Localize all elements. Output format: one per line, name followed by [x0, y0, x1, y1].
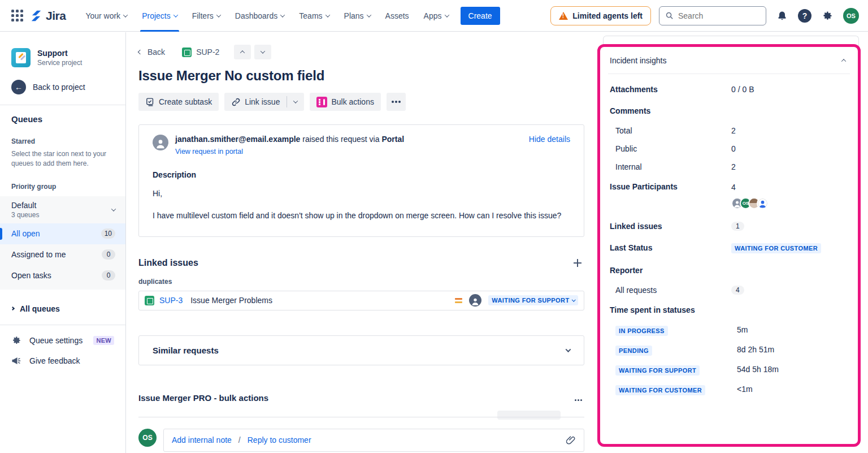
queue-count-badge: 10 — [101, 228, 115, 239]
status-badge: IN PROGRESS — [615, 326, 668, 336]
participant-avatars[interactable]: OS — [731, 197, 769, 209]
notifications-bell-icon[interactable] — [774, 8, 790, 24]
jira-logo-text: Jira — [46, 9, 66, 23]
all-queues-toggle[interactable]: All queues — [0, 290, 125, 313]
queue-group-default[interactable]: Default 3 queues — [0, 196, 125, 223]
chevron-down-icon — [572, 297, 575, 301]
reporter-row: Reporter — [600, 260, 858, 281]
request-details-card: janathan.smither@email.example raised th… — [138, 124, 584, 237]
current-user-avatar[interactable]: OS — [138, 429, 157, 447]
chevron-down-icon — [111, 206, 116, 211]
new-badge: NEW — [93, 336, 114, 345]
nav-item-your-work[interactable]: Your work — [78, 0, 134, 32]
similar-requests-panel[interactable]: Similar requests — [138, 335, 584, 365]
attachments-row: Attachments 0 / 0 B — [600, 79, 858, 100]
page-title: Issue Merger No custom field — [138, 68, 584, 84]
warning-icon — [559, 12, 568, 20]
help-icon[interactable]: ? — [798, 9, 811, 23]
create-button[interactable]: Create — [461, 7, 500, 25]
more-actions-button[interactable] — [387, 93, 406, 111]
linked-issues-row: Linked issues 1 — [600, 215, 858, 237]
sidebar: Support Service project ← Back to projec… — [0, 32, 126, 453]
status-dropdown[interactable]: WAITING FOR SUPPORT — [488, 295, 578, 305]
sidebar-item-open-tasks[interactable]: Open tasks 0 — [0, 265, 125, 286]
last-status-badge: WAITING FOR CUSTOMER — [731, 243, 821, 253]
issue-type-icon — [145, 296, 154, 305]
linked-issue-row[interactable]: SUP-3 Issue Merger Problems WAITING FOR … — [138, 291, 584, 310]
jira-logo[interactable]: Jira — [30, 9, 66, 23]
issue-key-chip[interactable]: SUP-2 — [182, 48, 219, 57]
priority-medium-icon — [455, 298, 462, 303]
linked-issue-key[interactable]: SUP-3 — [159, 296, 183, 305]
section-divider — [138, 417, 584, 417]
project-header[interactable]: Support Service project — [0, 32, 125, 67]
give-feedback-link[interactable]: Give feedback — [0, 346, 125, 366]
view-request-portal-link[interactable]: View request in portal — [175, 148, 404, 156]
nav-item-projects[interactable]: Projects — [134, 0, 185, 32]
user-avatar[interactable]: OS — [843, 8, 859, 24]
next-issue-button[interactable] — [254, 45, 271, 59]
starred-description: Select the star icon next to your queues… — [11, 149, 114, 169]
linked-issues-count-badge: 1 — [731, 222, 744, 231]
project-name: Support — [37, 49, 82, 58]
app-switcher-icon[interactable] — [11, 10, 23, 21]
status-time-row: IN PROGRESS 5m — [600, 321, 858, 340]
nav-item-plans[interactable]: Plans — [337, 0, 378, 32]
queue-count-badge: 0 — [102, 249, 115, 260]
sidebar-item-all-open[interactable]: All open 10 — [0, 223, 125, 244]
all-requests-row: All requests 4 — [600, 281, 858, 299]
request-meta: janathan.smither@email.example raised th… — [175, 135, 404, 156]
linked-issues-heading: Linked issues — [138, 258, 198, 268]
chevron-left-icon — [138, 50, 142, 54]
nav-item-dashboards[interactable]: Dashboards — [228, 0, 292, 32]
status-time-row: WAITING FOR SUPPORT 54d 5h 18m — [600, 360, 858, 380]
starred-section: Starred Select the star icon next to you… — [0, 124, 125, 169]
incident-insights-title: Incident insights — [610, 56, 666, 65]
nav-item-apps[interactable]: Apps — [416, 0, 456, 32]
last-status-row: Last Status WAITING FOR CUSTOMER — [600, 237, 858, 260]
link-issue-more-button[interactable] — [287, 93, 304, 111]
status-badge: WAITING FOR SUPPORT — [615, 365, 700, 376]
add-linked-issue-button[interactable] — [571, 256, 584, 270]
top-navigation: Jira Your work Projects Filters Dashboar… — [0, 0, 868, 32]
pro-section-more-button[interactable] — [575, 393, 584, 403]
back-button[interactable]: Back — [138, 48, 165, 57]
link-issue-split-button: Link issue — [224, 93, 304, 111]
link-issue-button[interactable]: Link issue — [224, 93, 287, 111]
link-relation-label: duplicates — [138, 278, 584, 286]
chevron-right-icon — [11, 307, 15, 310]
search-input[interactable] — [678, 11, 752, 20]
nav-item-filters[interactable]: Filters — [185, 0, 228, 32]
reply-to-customer-tab[interactable]: Reply to customer — [248, 435, 311, 445]
collapse-panel-button[interactable] — [841, 59, 846, 63]
create-subtask-button[interactable]: Create subtask — [138, 93, 219, 111]
hide-details-link[interactable]: Hide details — [529, 135, 570, 144]
attach-file-icon[interactable] — [566, 435, 576, 445]
issue-main: Back SUP-2 Issue Merger No custom field … — [127, 32, 596, 453]
bulk-actions-icon — [316, 97, 327, 107]
comment-area: OS Add internal note / Reply to customer — [138, 429, 584, 452]
project-type: Service project — [37, 59, 82, 67]
back-to-project-link[interactable]: ← Back to project — [0, 67, 125, 94]
previous-issue-button[interactable] — [234, 45, 251, 59]
nav-item-teams[interactable]: Teams — [292, 0, 336, 32]
link-icon — [231, 97, 241, 107]
linked-issue-summary[interactable]: Issue Merger Problems — [190, 296, 272, 305]
add-internal-note-tab[interactable]: Add internal note — [172, 435, 232, 445]
ellipsis-icon — [575, 399, 576, 401]
search-box[interactable] — [659, 6, 766, 25]
starred-heading: Starred — [11, 137, 114, 145]
queue-settings-link[interactable]: Queue settings NEW — [0, 325, 125, 346]
settings-gear-icon[interactable] — [819, 8, 835, 24]
sidebar-item-assigned-to-me[interactable]: Assigned to me 0 — [0, 244, 125, 265]
pro-section-heading: Issue Merger PRO - bulk actions — [138, 393, 268, 403]
comment-input[interactable]: Add internal note / Reply to customer — [163, 429, 584, 452]
bulk-actions-button[interactable]: Bulk actions — [310, 93, 380, 111]
limited-agents-button[interactable]: Limited agents left — [550, 6, 651, 25]
status-time-row: WAITING FOR CUSTOMER <1m — [600, 380, 858, 400]
nav-item-assets[interactable]: Assets — [378, 0, 416, 32]
chevron-down-icon — [566, 347, 571, 352]
assignee-avatar[interactable] — [469, 294, 481, 307]
participant-avatar — [757, 197, 769, 209]
comments-internal-row: Internal 2 — [600, 158, 858, 176]
